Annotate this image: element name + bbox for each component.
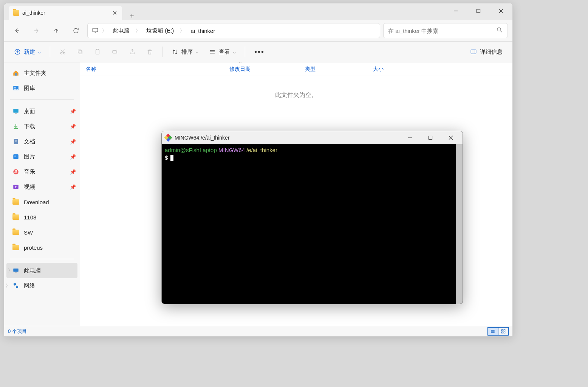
chevron-right-icon[interactable]: 〉 [8, 267, 12, 274]
sidebar-desktop[interactable]: 桌面 📌 [4, 104, 80, 119]
home-icon [12, 70, 19, 76]
toolbar: 新建 ⌵ 排序 ⌵ 查看 ⌵ ••• 详细信息 [4, 41, 512, 62]
sidebar-this-pc[interactable]: 〉 此电脑 [6, 263, 77, 278]
svg-point-17 [14, 87, 15, 88]
terminal-titlebar[interactable]: MINGW64:/e/ai_thinker [162, 131, 463, 144]
back-button[interactable] [9, 23, 25, 38]
maximize-button[interactable] [467, 3, 490, 19]
column-modified[interactable]: 修改日期 [223, 66, 299, 73]
tab-title: ai_thinker [22, 10, 108, 16]
chevron-down-icon: ⌵ [38, 50, 41, 54]
svg-rect-15 [15, 73, 17, 76]
copy-button[interactable] [72, 45, 88, 59]
sidebar-downloads[interactable]: 下载 📌 [4, 119, 80, 134]
sidebar-folder-download[interactable]: Download [4, 194, 80, 210]
terminal-minimize-button[interactable] [401, 131, 419, 144]
monitor-icon[interactable] [91, 26, 100, 35]
cut-button[interactable] [55, 45, 71, 59]
sidebar-item-label: 音乐 [24, 168, 35, 176]
terminal-env: MINGW64 [218, 147, 245, 153]
sidebar-item-label: 视频 [24, 183, 35, 191]
tab-ai-thinker[interactable]: ai_thinker ✕ [9, 6, 122, 20]
svg-rect-20 [14, 139, 18, 144]
breadcrumb-this-pc[interactable]: 此电脑 [109, 26, 133, 36]
svg-point-25 [14, 155, 15, 157]
svg-rect-14 [471, 50, 476, 54]
rename-button[interactable] [107, 45, 123, 59]
chevron-right-icon: 〉 [101, 28, 107, 34]
view-button-label: 查看 [219, 48, 230, 56]
gallery-icon [12, 85, 19, 92]
sidebar-folder-sw[interactable]: SW [4, 225, 80, 240]
sidebar-item-label: Download [24, 199, 49, 205]
up-button[interactable] [48, 23, 65, 38]
view-icons-button[interactable] [498, 327, 509, 336]
column-size[interactable]: 大小 [367, 66, 412, 73]
close-window-button[interactable] [490, 3, 512, 19]
chevron-right-icon: 〉 [135, 28, 141, 34]
column-type[interactable]: 类型 [299, 66, 367, 73]
svg-point-28 [14, 172, 15, 173]
svg-rect-13 [113, 50, 116, 53]
git-bash-icon [165, 134, 172, 141]
view-mode-toggle [487, 327, 509, 336]
sidebar: 主文件夹 图库 桌面 📌 下载 📌 文档 📌 [4, 62, 80, 326]
details-pane-button[interactable]: 详细信息 [466, 45, 507, 59]
terminal-body[interactable]: admin@sFishLaptop MINGW64 /e/ai_thinker … [162, 144, 463, 304]
view-details-button[interactable] [487, 327, 498, 336]
sidebar-network[interactable]: 〉 网络 [4, 278, 80, 293]
cursor-icon [170, 155, 173, 161]
sidebar-folder-1108[interactable]: 1108 [4, 210, 80, 225]
search-icon[interactable] [496, 26, 503, 35]
sidebar-divider [10, 99, 74, 100]
sidebar-home[interactable]: 主文件夹 [4, 65, 80, 81]
sidebar-pictures[interactable]: 图片 📌 [4, 149, 80, 164]
sidebar-gallery[interactable]: 图库 [4, 81, 80, 96]
view-button[interactable]: 查看 ⌵ [204, 45, 240, 59]
sidebar-folder-proteus[interactable]: proteus [4, 240, 80, 255]
new-tab-button[interactable]: ＋ [125, 11, 139, 20]
share-button[interactable] [124, 45, 140, 59]
breadcrumb-drive[interactable]: 垃圾箱 (E:) [142, 26, 178, 36]
monitor-icon [12, 267, 19, 274]
close-tab-icon[interactable]: ✕ [111, 10, 118, 16]
chevron-right-icon[interactable]: 〉 [6, 283, 10, 289]
breadcrumb[interactable]: 〉 此电脑 〉 垃圾箱 (E:) 〉 ai_thinker [87, 23, 380, 38]
svg-rect-37 [501, 332, 503, 333]
status-item-count: 0 个项目 [8, 328, 27, 335]
svg-rect-36 [504, 329, 505, 331]
more-button[interactable]: ••• [250, 45, 269, 59]
sort-button[interactable]: 排序 ⌵ [167, 45, 203, 59]
folder-icon [13, 10, 19, 16]
sidebar-item-label: 下载 [24, 123, 35, 130]
paste-button[interactable] [90, 45, 105, 59]
sidebar-documents[interactable]: 文档 📌 [4, 134, 80, 149]
search-input[interactable] [388, 28, 496, 34]
terminal-prompt: $ [165, 154, 168, 161]
terminal-user: admin@sFishLaptop [165, 147, 217, 153]
pin-icon: 📌 [70, 154, 76, 160]
svg-rect-24 [13, 154, 19, 159]
svg-rect-23 [15, 142, 16, 142]
delete-button[interactable] [142, 45, 158, 59]
column-name[interactable]: 名称 [80, 66, 223, 73]
search-box[interactable] [383, 23, 508, 38]
new-button[interactable]: 新建 ⌵ [9, 45, 45, 59]
sidebar-music[interactable]: 音乐 📌 [4, 164, 80, 179]
terminal-scrollbar[interactable] [456, 144, 463, 304]
svg-rect-40 [429, 136, 432, 140]
terminal-input-line[interactable]: $ [165, 154, 460, 162]
terminal-close-button[interactable] [442, 131, 460, 144]
sidebar-videos[interactable]: 视频 📌 [4, 179, 80, 194]
chevron-right-icon: 〉 [179, 28, 185, 34]
pictures-icon [12, 153, 19, 160]
refresh-button[interactable] [68, 23, 84, 38]
folder-icon [12, 244, 19, 251]
sidebar-item-label: SW [24, 229, 33, 236]
breadcrumb-folder[interactable]: ai_thinker [187, 26, 219, 36]
minimize-button[interactable] [444, 3, 467, 19]
svg-rect-35 [501, 329, 503, 331]
terminal-maximize-button[interactable] [422, 131, 439, 144]
chevron-down-icon: ⌵ [233, 50, 236, 54]
forward-button[interactable] [28, 23, 45, 38]
